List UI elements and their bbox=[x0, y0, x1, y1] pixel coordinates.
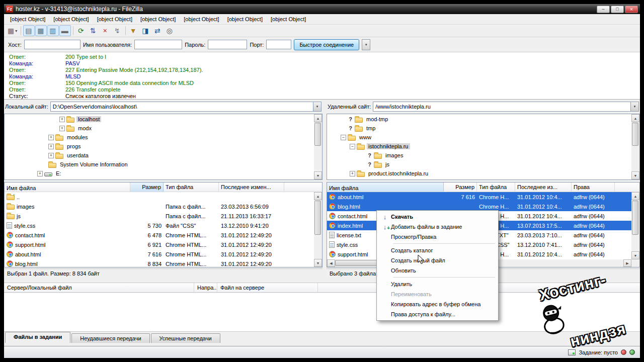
scroll-thumb[interactable] bbox=[632, 201, 638, 235]
scroll-down-icon[interactable] bbox=[314, 259, 322, 267]
context-menu-item[interactable]: Копировать адрес в буфер обмена bbox=[378, 299, 497, 309]
tree-item[interactable]: product.istochniktepla.ru bbox=[328, 169, 631, 178]
toolbar-button[interactable] bbox=[125, 26, 126, 35]
toolbar-button[interactable] bbox=[73, 26, 73, 35]
expander-icon[interactable] bbox=[350, 144, 355, 149]
tree-item[interactable]: www bbox=[328, 133, 631, 142]
expander-icon[interactable] bbox=[350, 171, 355, 176]
column-header[interactable]: Тип файла bbox=[164, 183, 219, 192]
menu-item[interactable]: [object Object] bbox=[267, 15, 310, 24]
tree-item[interactable]: images bbox=[328, 151, 631, 160]
context-menu-item[interactable]: Удалить bbox=[378, 279, 497, 289]
context-menu-item[interactable]: Обновить bbox=[378, 265, 497, 276]
context-menu-item[interactable]: Скачать bbox=[378, 212, 497, 222]
expander-icon[interactable] bbox=[37, 171, 43, 176]
remote-path-combo[interactable]: /www/istochniktepla.ru bbox=[373, 102, 639, 112]
queue-tab[interactable]: Файлы в задании bbox=[5, 332, 70, 343]
context-menu-item[interactable]: Переименовать bbox=[378, 289, 497, 299]
scroll-up-icon[interactable] bbox=[631, 114, 639, 122]
minimize-button[interactable] bbox=[597, 6, 610, 13]
menu-item[interactable]: [object Object] bbox=[180, 15, 223, 24]
expander-icon[interactable] bbox=[367, 162, 372, 167]
scrollbar[interactable] bbox=[631, 114, 639, 179]
tree-item[interactable]: mod-tmp bbox=[328, 115, 631, 124]
scrollbar[interactable] bbox=[631, 192, 639, 259]
expander-icon[interactable] bbox=[59, 117, 65, 122]
expander-icon[interactable] bbox=[48, 144, 54, 149]
scroll-down-icon[interactable] bbox=[314, 171, 322, 179]
toggle-queue-button[interactable]: ▬ bbox=[59, 25, 71, 36]
tree-item[interactable]: userdata bbox=[5, 151, 313, 160]
file-row[interactable]: .. bbox=[5, 192, 314, 202]
tree-item[interactable]: progs bbox=[5, 142, 313, 151]
menu-item[interactable]: [object Object] bbox=[6, 15, 49, 24]
context-menu-item[interactable]: Создать новый файл bbox=[378, 255, 497, 265]
password-input[interactable] bbox=[208, 40, 247, 49]
scroll-right-icon[interactable] bbox=[623, 259, 631, 267]
scroll-down-icon[interactable] bbox=[631, 251, 639, 259]
expander-icon[interactable] bbox=[59, 126, 65, 131]
column-header[interactable]: Последнее измен... bbox=[219, 183, 284, 192]
cancel-button[interactable]: × bbox=[100, 25, 111, 36]
column-header[interactable]: Последнее из... bbox=[515, 183, 572, 192]
synchronized-browsing-button[interactable]: ⇄ bbox=[152, 25, 164, 36]
tree-item[interactable]: tmp bbox=[328, 124, 631, 133]
column-header[interactable]: Размер bbox=[444, 183, 477, 192]
context-menu-item[interactable]: Права доступа к файлу... bbox=[378, 309, 497, 319]
scroll-up-icon[interactable] bbox=[314, 192, 322, 200]
file-row[interactable]: js Папка с файл... 21.11.2013 16:33:17 bbox=[5, 211, 314, 221]
tree-item[interactable]: localhost bbox=[5, 115, 313, 124]
username-input[interactable] bbox=[134, 40, 182, 49]
file-row[interactable]: about.html 7 616 Chrome HTML... 31.01.20… bbox=[5, 249, 314, 259]
maximize-button[interactable] bbox=[611, 6, 624, 13]
file-row[interactable]: about.html 7 616 Chrome H... 31.01.2012 … bbox=[327, 192, 631, 202]
combo-dropdown-icon[interactable] bbox=[313, 102, 321, 111]
scroll-thumb[interactable] bbox=[314, 201, 321, 235]
menu-item[interactable]: [object Object] bbox=[93, 15, 136, 24]
context-menu-item[interactable] bbox=[393, 243, 495, 244]
context-menu-item[interactable]: Добавить файлы в задание bbox=[378, 222, 497, 232]
close-button[interactable] bbox=[625, 6, 638, 13]
transfer-queue[interactable] bbox=[4, 293, 640, 332]
column-header[interactable] bbox=[284, 183, 322, 192]
file-row[interactable]: images Папка с файл... 23.03.2013 6:56:0… bbox=[5, 202, 314, 211]
scrollbar[interactable] bbox=[314, 192, 322, 267]
column-header[interactable]: Тип файла bbox=[477, 183, 515, 192]
scroll-left-icon[interactable] bbox=[327, 259, 335, 267]
quickconnect-dropdown-icon[interactable] bbox=[362, 39, 370, 50]
column-header[interactable]: Права bbox=[572, 183, 615, 192]
toggle-message-log-button[interactable]: ▤ bbox=[23, 25, 35, 36]
filter-button[interactable]: ▼ bbox=[128, 25, 139, 36]
tree-item[interactable]: modx bbox=[5, 124, 313, 133]
menu-item[interactable]: [object Object] bbox=[223, 15, 267, 24]
find-files-button[interactable]: ◎ bbox=[164, 25, 176, 36]
queue-column-header[interactable]: Файл на сервере bbox=[217, 283, 318, 292]
scroll-up-icon[interactable] bbox=[314, 114, 322, 122]
toggle-remote-tree-button[interactable]: ▥ bbox=[47, 25, 59, 36]
local-path-combo[interactable]: D:\OpenServer\domains\localhost\ bbox=[50, 102, 321, 112]
tree-item[interactable]: E: bbox=[5, 169, 313, 178]
tree-item[interactable]: modules bbox=[5, 133, 313, 142]
scrollbar[interactable] bbox=[314, 114, 322, 179]
host-input[interactable] bbox=[24, 40, 80, 49]
directory-comparison-button[interactable]: ◨ bbox=[140, 25, 151, 36]
toolbar-button[interactable] bbox=[21, 26, 21, 35]
queue-column-header[interactable]: Напра... bbox=[194, 283, 217, 292]
column-header[interactable] bbox=[615, 183, 639, 192]
file-row[interactable]: blog.html 8 834 Chrome HTML... 31.01.201… bbox=[5, 259, 314, 267]
site-manager-button[interactable]: ▦ ▾ bbox=[6, 25, 19, 36]
column-header[interactable]: Имя файла bbox=[327, 183, 444, 192]
menu-item[interactable]: [object Object] bbox=[136, 15, 180, 24]
expander-icon[interactable] bbox=[48, 135, 54, 140]
scroll-thumb[interactable] bbox=[314, 123, 321, 146]
file-row[interactable]: style.css 5 730 Файл "CSS" 13.12.2010 9:… bbox=[5, 221, 314, 230]
file-row[interactable]: support.html 6 921 Chrome HTML... 31.01.… bbox=[5, 240, 314, 249]
port-input[interactable] bbox=[266, 40, 291, 49]
queue-tab[interactable]: Неудавшиеся передачи bbox=[71, 333, 149, 343]
scroll-down-icon[interactable] bbox=[631, 171, 639, 179]
combo-dropdown-icon[interactable] bbox=[630, 102, 638, 111]
queue-tab[interactable]: Успешные передачи bbox=[151, 333, 220, 343]
file-row[interactable]: contact.html 6 478 Chrome HTML... 31.01.… bbox=[5, 230, 314, 240]
queue-column-header[interactable]: Сервер/Локальный файл bbox=[4, 283, 194, 292]
toggle-local-tree-button[interactable]: ▦ bbox=[35, 25, 47, 36]
